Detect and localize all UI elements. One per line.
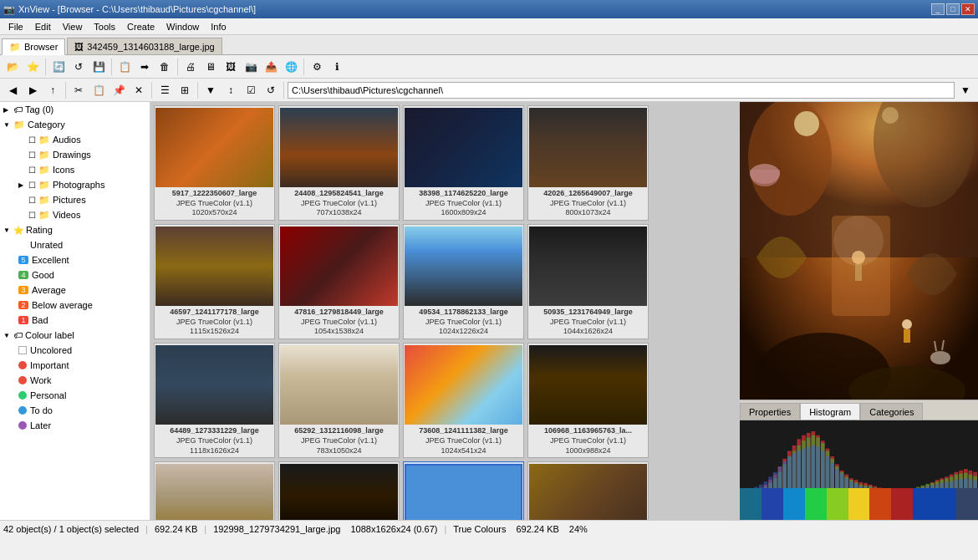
view-list-button[interactable]: ☰ <box>155 81 174 99</box>
maximize-button[interactable]: □ <box>946 3 960 15</box>
thumb-15[interactable]: 192998_1279734291_la... JPEG TrueColor (… <box>403 461 524 520</box>
thumb-1[interactable]: 5917_1222350607_large JPEG TrueColor (v1… <box>154 105 275 221</box>
thumb-7[interactable]: 49534_1178862133_large JPEG TrueColor (v… <box>403 224 524 339</box>
personal-label: Personal <box>30 390 66 400</box>
menu-window[interactable]: Window <box>161 21 204 33</box>
nav-sep-1 <box>65 82 66 99</box>
thumb-14[interactable]: 160022_1205695844_la... JPEG TrueColor (… <box>278 461 400 520</box>
delete-button[interactable]: 🗑 <box>155 58 174 76</box>
sidebar-item-audios[interactable]: ☐ 📁 Audios <box>0 132 150 147</box>
image-button[interactable]: 🖼 <box>222 58 240 76</box>
sidebar-item-videos[interactable]: ☐ 📁 Videos <box>0 207 150 222</box>
sidebar-item-below-average[interactable]: 2 Below average <box>0 298 150 313</box>
thumb-12[interactable]: 106968_1163965763_la... JPEG TrueColor (… <box>527 343 649 458</box>
menu-view[interactable]: View <box>58 21 88 33</box>
svg-rect-11 <box>855 264 862 281</box>
window-controls[interactable]: _ □ ✕ <box>931 3 975 15</box>
thumb-9[interactable]: 64489_1273331229_large JPEG TrueColor (v… <box>154 343 275 458</box>
sidebar-item-drawings[interactable]: ☐ 📁 Drawings <box>0 147 150 162</box>
move-button[interactable]: ➡ <box>135 58 154 76</box>
uncolored-label: Uncolored <box>30 345 72 355</box>
camera-button[interactable]: 📷 <box>242 58 260 76</box>
menu-edit[interactable]: Edit <box>30 21 56 33</box>
main-area: ▶ 🏷 Tag (0) ▼ 📁 Category ☐ 📁 Audios ☐ 📁 … <box>0 102 978 520</box>
tab-categories[interactable]: Categories <box>860 403 923 420</box>
tab-properties[interactable]: Properties <box>740 403 800 420</box>
settings-button[interactable]: ⚙ <box>308 58 326 76</box>
important-label: Important <box>30 360 69 370</box>
statusbar: 42 object(s) / 1 object(s) selected | 69… <box>0 520 978 537</box>
sidebar-item-pictures[interactable]: ☐ 📁 Pictures <box>0 192 150 207</box>
sidebar-item-bad[interactable]: 1 Bad <box>0 313 150 328</box>
thumb-16[interactable]: 193080_1180812449_la... JPEG TrueColor (… <box>527 461 649 520</box>
refresh-button[interactable]: 🔄 <box>49 58 68 76</box>
status-filename: 192998_1279734291_large.jpg <box>213 524 340 534</box>
sidebar-item-icons[interactable]: ☐ 📁 Icons <box>0 162 150 177</box>
nav-forward-button[interactable]: ▶ <box>23 81 42 99</box>
sidebar-item-photographs[interactable]: ▶ ☐ 📁 Photographs <box>0 177 150 192</box>
bookmarks-button[interactable]: ⭐ <box>23 58 42 76</box>
sidebar-item-important[interactable]: Important <box>0 358 150 373</box>
sidebar-item-later[interactable]: Later <box>0 418 150 433</box>
select-button[interactable]: ☑ <box>242 81 260 99</box>
nav-paste-button[interactable]: 📌 <box>110 81 128 99</box>
sidebar-item-rating[interactable]: ▼ ⭐ Rating <box>0 222 150 237</box>
save-button[interactable]: 💾 <box>89 58 108 76</box>
nav-back-button[interactable]: ◀ <box>3 81 22 99</box>
thumb-2[interactable]: 24408_1295824541_large JPEG TrueColor (v… <box>278 105 400 221</box>
sidebar-item-excellent[interactable]: 5 Excellent <box>0 252 150 267</box>
sidebar-item-tag[interactable]: ▶ 🏷 Tag (0) <box>0 102 150 117</box>
thumb-11[interactable]: 73608_1241111382_large JPEG TrueColor (v… <box>403 343 524 458</box>
tab-histogram[interactable]: Histogram <box>800 403 860 420</box>
nav-copy-button[interactable]: 📋 <box>89 81 108 99</box>
thumb-9-info: 64489_1273331229_large JPEG TrueColor (v… <box>156 426 273 456</box>
toolbar-sep-2 <box>111 59 112 75</box>
close-button[interactable]: ✕ <box>961 3 975 15</box>
colour-label-arrow: ▼ <box>3 332 12 339</box>
minimize-button[interactable]: _ <box>931 3 945 15</box>
thumb-4[interactable]: 42026_1265649007_large JPEG TrueColor (v… <box>527 105 649 221</box>
monitor-button[interactable]: 🖥 <box>201 58 220 76</box>
search-button[interactable]: ↺ <box>262 81 280 99</box>
sidebar-item-uncolored[interactable]: Uncolored <box>0 343 150 358</box>
menu-info[interactable]: Info <box>206 21 231 33</box>
unrated-label: Unrated <box>30 240 63 250</box>
folder-open-button[interactable]: 📂 <box>3 58 22 76</box>
file-browser[interactable]: 5917_1222350607_large JPEG TrueColor (v1… <box>150 102 740 520</box>
thumb-6-info: 47816_1279818449_large JPEG TrueColor (v… <box>281 308 397 337</box>
nav-up-button[interactable]: ↑ <box>43 81 62 99</box>
sort-button[interactable]: ↕ <box>222 81 240 99</box>
menu-tools[interactable]: Tools <box>89 21 120 33</box>
tab-browser[interactable]: 📁 Browser <box>2 38 65 55</box>
filter-button[interactable]: ▼ <box>201 81 220 99</box>
address-input[interactable] <box>288 82 955 99</box>
nav-cut-button[interactable]: ✂ <box>69 81 88 99</box>
thumb-5[interactable]: 46597_1241177178_large JPEG TrueColor (v… <box>154 224 275 339</box>
sidebar-item-colour-label[interactable]: ▼ 🏷 Colour label <box>0 328 150 343</box>
sidebar-item-todo[interactable]: To do <box>0 403 150 418</box>
print-button[interactable]: 🖨 <box>181 58 200 76</box>
export-button[interactable]: 📤 <box>262 58 280 76</box>
thumb-3[interactable]: 38398_1174625220_large JPEG TrueColor (v… <box>403 105 524 221</box>
address-go-button[interactable]: ▼ <box>956 81 975 99</box>
tag-icon: 🏷 <box>13 104 23 115</box>
tab-image[interactable]: 🖼 342459_1314603188_large.jpg <box>67 38 222 54</box>
web-button[interactable]: 🌐 <box>282 58 300 76</box>
refresh2-button[interactable]: ↺ <box>69 58 88 76</box>
copy-button[interactable]: 📋 <box>115 58 134 76</box>
sidebar-item-work[interactable]: Work <box>0 373 150 388</box>
nav-del-button[interactable]: ✕ <box>130 81 148 99</box>
menu-file[interactable]: File <box>3 21 28 33</box>
menu-create[interactable]: Create <box>122 21 160 33</box>
thumb-8[interactable]: 50935_1231764949_large JPEG TrueColor (v… <box>527 224 649 339</box>
sidebar-item-category[interactable]: ▼ 📁 Category <box>0 117 150 132</box>
thumb-13[interactable]: 125841_1166714058_la... JPEG TrueColor (… <box>154 461 275 520</box>
sidebar-item-unrated[interactable]: Unrated <box>0 237 150 252</box>
thumb-10[interactable]: 65292_1312116098_large JPEG TrueColor (v… <box>278 343 400 458</box>
sidebar-item-personal[interactable]: Personal <box>0 388 150 403</box>
sidebar-item-good[interactable]: 4 Good <box>0 267 150 283</box>
thumb-6[interactable]: 47816_1279818449_large JPEG TrueColor (v… <box>278 224 400 339</box>
sidebar-item-average[interactable]: 3 Average <box>0 283 150 298</box>
info-button[interactable]: ℹ <box>328 58 346 76</box>
view-thumb-button[interactable]: ⊞ <box>176 81 194 99</box>
